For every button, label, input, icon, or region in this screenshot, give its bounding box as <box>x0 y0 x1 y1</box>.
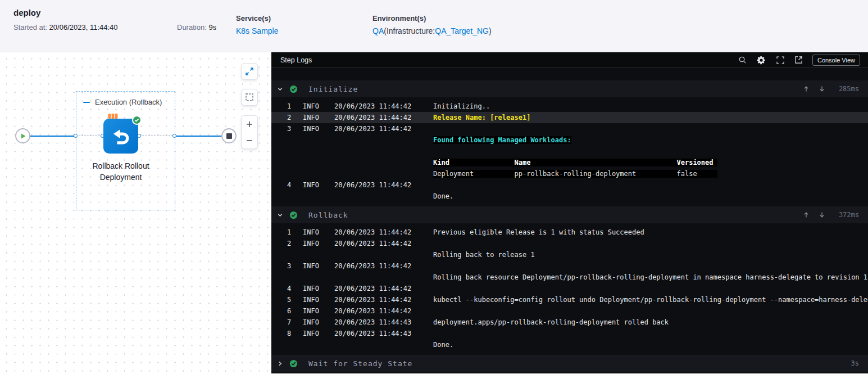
scroll-to-bottom-icon[interactable] <box>819 211 825 218</box>
step-success-badge <box>132 115 142 125</box>
scroll-to-top-icon[interactable] <box>803 85 810 92</box>
log-section-header[interactable]: Initialize285ms <box>271 80 868 97</box>
barrier-icon <box>108 112 118 123</box>
log-line: 1INFO20/06/2023 11:44:42Previous eligibl… <box>271 227 868 238</box>
environments-label: Environment(s) <box>372 14 492 22</box>
log-line: 8INFO20/06/2023 11:44:43 <box>271 328 868 339</box>
expand-icon <box>245 67 254 76</box>
log-line: Found following Managed Workloads: <box>271 134 868 146</box>
section-duration: 285ms <box>834 85 859 93</box>
execution-header: deploy Started at: 20/06/2023, 11:44:40 … <box>0 0 868 52</box>
pipeline-canvas[interactable]: Execution (Rollback) Rollback Rollout De… <box>0 52 271 373</box>
environment-link[interactable]: QA <box>372 26 384 35</box>
infrastructure-prefix: (Infrastructure: <box>384 26 435 35</box>
service-link[interactable]: K8s Sample <box>236 26 278 35</box>
search-icon[interactable] <box>738 56 747 64</box>
log-line: Kind Name Versioned <box>271 157 868 168</box>
log-section-header[interactable]: Rollback372ms <box>271 206 868 223</box>
chevron-right-icon[interactable] <box>276 361 284 367</box>
zoom-out-icon <box>246 137 253 145</box>
section-title: Rollback <box>308 211 348 219</box>
fit-to-screen-button[interactable] <box>241 63 258 80</box>
log-line <box>271 146 868 157</box>
pipeline-title: deploy <box>13 8 40 17</box>
check-icon <box>134 118 139 123</box>
log-line: 3INFO20/06/2023 11:44:42 <box>271 260 868 272</box>
collapse-minus-icon[interactable] <box>83 102 90 103</box>
log-section-body: 1INFO20/06/2023 11:44:42Previous eligibl… <box>271 223 868 355</box>
stop-icon <box>226 133 232 139</box>
log-line: Done. <box>271 191 868 202</box>
check-circle-icon <box>289 85 298 93</box>
zoom-in-icon <box>246 120 253 128</box>
infrastructure-link[interactable]: QA_Target_NG <box>435 26 489 35</box>
edge-start-to-group <box>30 136 74 137</box>
log-line: 2INFO20/06/2023 11:44:42 <box>271 238 868 249</box>
duration-value: 9s <box>208 23 216 31</box>
started-at-label: Started at: <box>13 23 49 31</box>
services-label: Service(s) <box>236 14 278 22</box>
gear-icon[interactable] <box>756 55 766 65</box>
section-duration: 372ms <box>834 211 859 219</box>
marquee-select-icon <box>245 93 254 102</box>
section-title: Initialize <box>308 85 358 93</box>
zoom-in-button[interactable] <box>242 116 257 132</box>
check-circle-icon <box>289 359 298 368</box>
marquee-select-button[interactable] <box>241 89 258 106</box>
rollback-icon <box>109 124 133 148</box>
log-line: 7INFO20/06/2023 11:44:43deployment.apps/… <box>271 317 868 328</box>
step-node-label[interactable]: Rollback Rollout Deployment <box>81 160 160 183</box>
console-header: Step Logs Console View <box>271 52 868 68</box>
log-line: 4INFO20/06/2023 11:44:42 <box>271 283 868 294</box>
duration: Duration: 9s <box>177 23 216 31</box>
log-line: 6INFO20/06/2023 11:44:42 <box>271 305 868 317</box>
section-duration: 3s <box>834 359 859 367</box>
log-section-header[interactable]: Wait for Steady State3s <box>271 355 868 372</box>
console-title: Step Logs <box>280 56 312 64</box>
zoom-out-button[interactable] <box>242 132 257 148</box>
chevron-down-icon[interactable] <box>276 212 284 218</box>
log-line: 2INFO20/06/2023 11:44:42Release Name: [r… <box>271 112 868 123</box>
started-at: Started at: 20/06/2023, 11:44:40 <box>13 23 118 31</box>
log-line: 5INFO20/06/2023 11:44:42kubectl --kubeco… <box>271 294 868 305</box>
infrastructure-suffix: ) <box>489 26 492 35</box>
log-line: 3INFO20/06/2023 11:44:42 <box>271 123 868 134</box>
end-node[interactable] <box>221 128 237 143</box>
services-block: Service(s) K8s Sample <box>236 14 278 36</box>
section-title: Wait for Steady State <box>308 359 412 368</box>
port-group-right <box>172 134 176 138</box>
open-in-new-icon[interactable] <box>794 56 803 64</box>
log-line: Rolling back to release 1 <box>271 249 868 260</box>
console-view-button[interactable]: Console View <box>812 55 860 66</box>
play-icon <box>20 133 26 139</box>
step-logs-panel: Step Logs Console View Initialize285ms1I… <box>271 52 868 373</box>
log-line: Done. <box>271 339 868 350</box>
log-sections[interactable]: Initialize285ms1INFO20/06/2023 11:44:42I… <box>271 68 868 373</box>
log-line: Rolling back resource Deployment/pp-roll… <box>271 272 868 283</box>
log-section-body: 1INFO20/06/2023 11:44:42Initializing..2I… <box>271 97 868 206</box>
port-group-left <box>74 134 78 138</box>
environments-block: Environment(s) QA(Infrastructure:QA_Targ… <box>372 14 492 36</box>
scroll-to-top-icon[interactable] <box>803 211 810 218</box>
started-at-value: 20/06/2023, 11:44:40 <box>49 23 118 31</box>
rollback-step-node[interactable] <box>103 119 138 154</box>
scroll-to-bottom-icon[interactable] <box>819 85 825 92</box>
log-line: 1INFO20/06/2023 11:44:42Initializing.. <box>271 101 868 112</box>
log-line: 4INFO20/06/2023 11:44:42 <box>271 179 868 191</box>
start-node[interactable] <box>15 128 30 143</box>
fullscreen-icon[interactable] <box>776 56 785 65</box>
chevron-down-icon[interactable] <box>276 86 284 92</box>
check-circle-icon <box>289 211 298 219</box>
zoom-controls <box>241 115 258 149</box>
edge-group-to-end <box>176 136 221 137</box>
log-line: Deployment pp-rollback-rolling-deploymen… <box>271 168 868 179</box>
duration-label: Duration: <box>177 23 208 31</box>
execution-group-label: Execution (Rollback) <box>95 98 162 106</box>
